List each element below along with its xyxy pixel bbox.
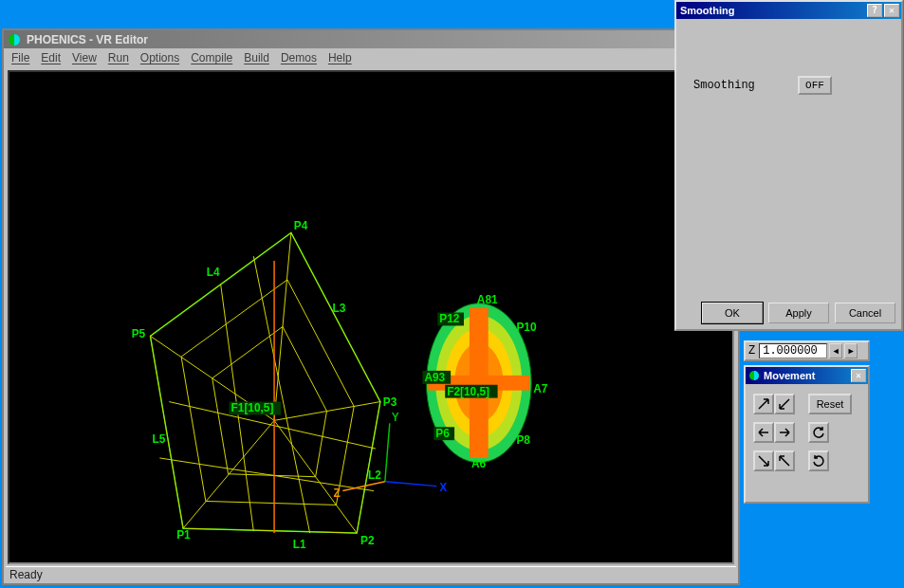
movement-titlebar[interactable]: Movement ✕ [746, 367, 868, 384]
move-down-right-icon[interactable] [753, 450, 774, 471]
label-a6: A6 [471, 457, 487, 470]
smoothing-titlebar[interactable]: Smoothing ? ✕ [676, 2, 901, 19]
reset-button[interactable]: Reset [808, 394, 852, 414]
svg-line-21 [385, 423, 390, 481]
label-a81: A81 [477, 293, 498, 306]
z-label: Z [748, 344, 755, 358]
movement-panel: Movement ✕ Reset [744, 365, 870, 504]
axis-x-label: X [439, 481, 447, 494]
menu-view[interactable]: View [72, 51, 97, 64]
label-p10: P10 [516, 321, 537, 334]
label-l5: L5 [152, 432, 165, 446]
axis-z-label: Z [333, 487, 340, 500]
svg-line-13 [183, 528, 357, 533]
svg-line-20 [385, 482, 436, 487]
statusbar: Ready [6, 566, 736, 581]
label-l3: L3 [332, 302, 345, 315]
svg-line-10 [291, 232, 380, 401]
move-right-icon[interactable] [774, 422, 795, 443]
close-button[interactable]: ✕ [884, 4, 899, 17]
menu-compile[interactable]: Compile [191, 51, 232, 64]
label-p1: P1 [176, 528, 191, 542]
label-p4: P4 [294, 219, 308, 232]
label-p2: P2 [360, 534, 375, 547]
menu-options[interactable]: Options [140, 51, 179, 64]
app-logo-icon [8, 33, 21, 46]
svg-marker-1 [150, 232, 379, 533]
label-p5: P5 [132, 327, 146, 340]
label-p12: P12 [439, 312, 460, 325]
menu-file[interactable]: File [11, 51, 29, 64]
menubar: File Edit View Run Options Compile Build… [4, 48, 738, 67]
label-f1: F1[10,5] [231, 401, 274, 414]
editor-titlebar: PHOENICS - VR Editor [4, 30, 738, 48]
smoothing-title: Smoothing [680, 5, 865, 16]
help-button[interactable]: ? [867, 4, 882, 17]
menu-build[interactable]: Build [244, 51, 269, 64]
label-l1: L1 [293, 538, 306, 551]
apply-button[interactable]: Apply [768, 303, 829, 323]
svg-rect-28 [470, 308, 489, 458]
viewport-3d[interactable]: P4 P3 P2 P1 P5 L1 L2 L3 L4 L5 F1[10,5] X [8, 70, 734, 564]
z-input[interactable]: 1.000000 [759, 343, 827, 358]
label-a93: A93 [424, 371, 445, 384]
label-f2: F2[10,5] [447, 385, 489, 398]
move-left-icon[interactable] [753, 422, 774, 443]
label-l4: L4 [207, 266, 220, 279]
rotate-cw-icon[interactable] [808, 450, 829, 471]
ok-button[interactable]: OK [702, 303, 763, 323]
movement-logo-icon [748, 370, 760, 381]
label-a7: A7 [533, 382, 548, 395]
label-p6: P6 [435, 427, 450, 440]
movement-title: Movement [764, 370, 849, 381]
cancel-button[interactable]: Cancel [835, 303, 895, 323]
axis-y-label: Y [392, 411, 399, 424]
menu-help[interactable]: Help [328, 51, 352, 64]
label-p3: P3 [383, 396, 397, 410]
z-increment-button[interactable]: ► [844, 343, 858, 358]
z-bar: Z 1.000000 ◄ ► [744, 340, 870, 361]
move-down-left-icon[interactable] [774, 394, 795, 414]
label-l2: L2 [368, 469, 381, 482]
label-p8: P8 [516, 433, 530, 447]
menu-demos[interactable]: Demos [281, 51, 317, 64]
z-decrement-button[interactable]: ◄ [829, 343, 842, 358]
svg-marker-8 [181, 280, 354, 505]
menu-run[interactable]: Run [108, 51, 129, 64]
menu-edit[interactable]: Edit [41, 51, 61, 64]
editor-window: PHOENICS - VR Editor File Edit View Run … [2, 28, 740, 585]
smoothing-dialog: Smoothing ? ✕ Smoothing OFF OK Apply Can… [674, 0, 903, 331]
polygon-wireframe [150, 232, 379, 533]
movement-close-button[interactable]: ✕ [851, 369, 866, 382]
move-up-left-icon[interactable] [774, 450, 795, 471]
smoothing-label: Smoothing [693, 79, 798, 92]
rotate-ccw-icon[interactable] [808, 422, 829, 443]
move-up-right-icon[interactable] [753, 394, 774, 414]
smoothing-toggle[interactable]: OFF [798, 76, 832, 95]
editor-title: PHOENICS - VR Editor [27, 33, 148, 46]
status-text: Ready [9, 568, 43, 581]
svg-line-15 [253, 256, 309, 533]
